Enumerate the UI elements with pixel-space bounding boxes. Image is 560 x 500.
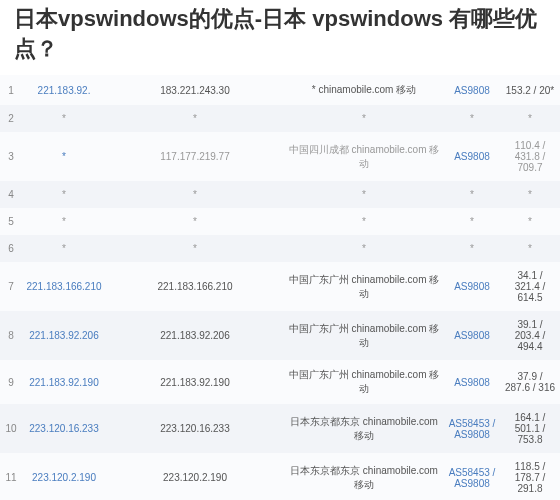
location-cell: 中国广东广州 chinamobile.com 移动 [284,262,444,311]
hostname-cell: * [106,208,284,235]
hop-index: 10 [0,404,22,453]
location-cell: 日本东京都东京 chinamobile.com 移动 [284,404,444,453]
hop-index: 7 [0,262,22,311]
hop-index: 1 [0,75,22,105]
timing-cell: * [500,208,560,235]
timing-cell: 164.1 / 501.1 / 753.8 [500,404,560,453]
asn-cell: * [444,208,500,235]
location-cell: * [284,105,444,132]
asn-cell: * [444,105,500,132]
hostname-cell: 221.183.92.206 [106,311,284,360]
hop-index: 3 [0,132,22,181]
hop-index: 6 [0,235,22,262]
hostname-cell: * [106,235,284,262]
hop-index: 8 [0,311,22,360]
ip-cell[interactable]: 221.183.92.190 [22,360,106,404]
hop-index: 4 [0,181,22,208]
asn-cell[interactable]: AS9808 [444,311,500,360]
table-row: 5***** [0,208,560,235]
hop-index: 2 [0,105,22,132]
page-title: 日本vpswindows的优点-日本 vpswindows 有哪些优点？ [0,0,560,75]
ip-cell: * [22,235,106,262]
table-row: 2***** [0,105,560,132]
timing-cell: 110.4 / 431.8 / 709.7 [500,132,560,181]
hostname-cell: * [106,181,284,208]
ip-cell[interactable]: 221.183.92.206 [22,311,106,360]
hostname-cell: 223.120.2.190 [106,453,284,500]
asn-cell: * [444,235,500,262]
timing-cell: 34.1 / 321.4 / 614.5 [500,262,560,311]
location-cell: 中国四川成都 chinamobile.com 移动 [284,132,444,181]
timing-cell: 153.2 / 20* [500,75,560,105]
location-cell: * [284,208,444,235]
hostname-cell: 221.183.166.210 [106,262,284,311]
hop-index: 11 [0,453,22,500]
location-cell: * chinamobile.com 移动 [284,75,444,105]
table-row: 9221.183.92.190221.183.92.190中国广东广州 chin… [0,360,560,404]
ip-cell: * [22,105,106,132]
asn-cell: * [444,181,500,208]
ip-cell[interactable]: 221.183.166.210 [22,262,106,311]
timing-cell: * [500,235,560,262]
timing-cell: * [500,181,560,208]
location-cell: * [284,235,444,262]
table-row: 4***** [0,181,560,208]
ip-cell[interactable]: 221.183.92. [22,75,106,105]
hostname-cell: 183.221.243.30 [106,75,284,105]
table-row: 8221.183.92.206221.183.92.206中国广东广州 chin… [0,311,560,360]
location-cell: * [284,181,444,208]
timing-cell: * [500,105,560,132]
table-row: 6***** [0,235,560,262]
table-row: 11223.120.2.190223.120.2.190日本东京都东京 chin… [0,453,560,500]
ip-cell[interactable]: * [22,132,106,181]
hostname-cell: 117.177.219.77 [106,132,284,181]
location-cell: 中国广东广州 chinamobile.com 移动 [284,311,444,360]
timing-cell: 118.5 / 178.7 / 291.8 [500,453,560,500]
timing-cell: 37.9 / 287.6 / 316 [500,360,560,404]
hostname-cell: * [106,105,284,132]
hostname-cell: 221.183.92.190 [106,360,284,404]
asn-cell[interactable]: AS9808 [444,360,500,404]
hop-index: 9 [0,360,22,404]
hostname-cell: 223.120.16.233 [106,404,284,453]
asn-cell[interactable]: AS58453 / AS9808 [444,404,500,453]
table-row: 7221.183.166.210221.183.166.210中国广东广州 ch… [0,262,560,311]
asn-cell[interactable]: AS9808 [444,75,500,105]
hop-index: 5 [0,208,22,235]
asn-cell[interactable]: AS9808 [444,262,500,311]
ip-cell[interactable]: 223.120.16.233 [22,404,106,453]
table-row: 3*117.177.219.77中国四川成都 chinamobile.com 移… [0,132,560,181]
ip-cell: * [22,181,106,208]
ip-cell[interactable]: 223.120.2.190 [22,453,106,500]
traceroute-table: 1221.183.92.183.221.243.30* chinamobile.… [0,75,560,500]
location-cell: 日本东京都东京 chinamobile.com 移动 [284,453,444,500]
asn-cell[interactable]: AS58453 / AS9808 [444,453,500,500]
table-row: 1221.183.92.183.221.243.30* chinamobile.… [0,75,560,105]
table-row: 10223.120.16.233223.120.16.233日本东京都东京 ch… [0,404,560,453]
timing-cell: 39.1 / 203.4 / 494.4 [500,311,560,360]
ip-cell: * [22,208,106,235]
asn-cell[interactable]: AS9808 [444,132,500,181]
location-cell: 中国广东广州 chinamobile.com 移动 [284,360,444,404]
